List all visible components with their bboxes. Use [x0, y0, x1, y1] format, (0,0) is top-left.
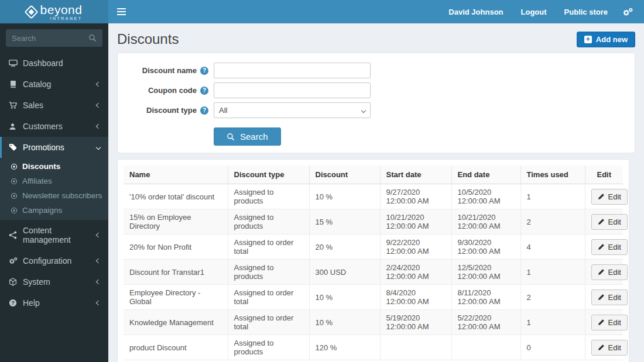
sidebar-item-label: System	[23, 277, 97, 287]
sidebar-item-dashboard[interactable]: Dashboard	[0, 53, 108, 74]
table-row: Knowledge ManagementAssigned to order to…	[124, 310, 623, 335]
sidebar-item-customers[interactable]: Customers	[0, 116, 108, 137]
edit-button[interactable]: Edit	[591, 315, 628, 330]
cell-end	[451, 335, 520, 360]
cell-edit: Edit	[585, 235, 623, 260]
discount-type-select[interactable]: All	[214, 102, 371, 118]
user-icon	[9, 123, 23, 130]
chevron-left-icon	[96, 103, 101, 108]
search-button[interactable]: Search	[214, 127, 281, 146]
sidebar-item-configuration[interactable]: Configuration	[0, 250, 108, 271]
sidebar-item-help[interactable]: ?Help	[0, 292, 108, 313]
cell-type: Assigned to order total	[228, 310, 309, 335]
monitor-icon	[9, 59, 23, 67]
sidebar-item-label: Catalog	[23, 80, 97, 89]
cell-discount: 300 USD	[309, 260, 380, 285]
cell-start: 10/21/2020 12:00:00 AM	[380, 209, 451, 235]
sidebar-item-affiliates[interactable]: Affiliates	[0, 174, 108, 188]
chevron-left-icon	[96, 124, 101, 129]
filter-row-discount-type: Discount type ? All	[118, 102, 635, 118]
filter-row-coupon-code: Coupon code ?	[118, 82, 635, 98]
cell-name: Discount for Transtar1	[124, 260, 228, 285]
discount-name-input[interactable]	[214, 63, 371, 78]
page-title: Discounts	[117, 31, 179, 47]
edit-button[interactable]: Edit	[591, 189, 628, 205]
edit-button[interactable]: Edit	[591, 239, 628, 255]
cell-start: 9/27/2020 12:00:00 AM	[380, 184, 451, 209]
cell-type: Assigned to products	[228, 260, 309, 285]
sidebar-item-campaigns[interactable]: Campaigns	[0, 203, 108, 218]
table-row: product DiscountAssigned to products120 …	[124, 335, 623, 360]
sidebar-item-label: Newsletter subscribers	[22, 191, 102, 200]
question-icon: ?	[9, 299, 23, 307]
cell-end: 10/5/2020 12:00:00 AM	[451, 184, 520, 209]
book-icon	[9, 80, 23, 88]
brand-logo[interactable]: beyond INTRANET	[0, 0, 108, 23]
cell-name: '10% order total' discount	[124, 184, 228, 209]
edit-button[interactable]: Edit	[591, 264, 628, 280]
circle-dot-icon	[11, 178, 18, 185]
public-store-link[interactable]: Public store	[556, 0, 616, 23]
edit-button[interactable]: Edit	[591, 289, 628, 305]
cell-name: product Discount	[124, 335, 228, 360]
chevron-left-icon	[96, 233, 101, 237]
cogs-icon[interactable]	[616, 0, 644, 23]
pencil-icon	[598, 243, 605, 250]
circle-dot-icon	[11, 207, 18, 214]
brand-subtitle: INTRANET	[50, 16, 82, 20]
plus-square-icon: +	[584, 36, 592, 43]
cell-edit: Edit	[585, 209, 623, 235]
help-icon[interactable]: ?	[200, 106, 208, 115]
table-row: Employee Directory - GlobalAssigned to o…	[124, 285, 623, 310]
sidebar-item-sales[interactable]: Sales	[0, 95, 108, 116]
cell-times: 0	[520, 335, 585, 360]
share-icon	[9, 231, 23, 239]
column-header: End date	[451, 166, 520, 184]
sidebar-item-newsletter-subscribers[interactable]: Newsletter subscribers	[0, 188, 108, 203]
chevron-left-icon	[96, 280, 101, 284]
sidebar-item-label: Content management	[23, 226, 97, 244]
sidebar-item-system[interactable]: System	[0, 271, 108, 292]
edit-button[interactable]: Edit	[591, 340, 628, 356]
sidebar-item-catalog[interactable]: Catalog	[0, 74, 108, 95]
brand-name: beyond	[40, 4, 83, 16]
user-link[interactable]: David Johnson	[440, 0, 512, 23]
cell-end: 9/30/2020 12:00:00 AM	[451, 235, 520, 260]
logout-link[interactable]: Logout	[512, 0, 556, 23]
table-row: Discount for Transtar1Assigned to produc…	[124, 260, 623, 285]
coupon-code-input[interactable]	[214, 82, 371, 98]
discount-name-label: Discount name	[131, 66, 197, 75]
chevron-left-icon	[96, 82, 101, 87]
edit-button[interactable]: Edit	[591, 214, 628, 230]
column-header: Times used	[520, 166, 585, 184]
cell-type: Assigned to order total	[228, 285, 309, 310]
cell-name: 20% for Non Profit	[124, 235, 228, 260]
chevron-left-icon	[96, 258, 101, 263]
cell-discount: 20 %	[309, 235, 380, 260]
top-navbar: David Johnson Logout Public store	[108, 0, 644, 23]
help-icon[interactable]: ?	[200, 87, 208, 95]
cell-discount: 120 %	[309, 335, 380, 360]
sidebar-item-discounts[interactable]: Discounts	[0, 159, 108, 174]
cell-start: 8/4/2020 12:00:00 AM	[380, 285, 451, 310]
discount-type-label: Discount type	[131, 106, 197, 115]
cell-edit: Edit	[585, 335, 623, 360]
cell-discount: 10 %	[309, 310, 380, 335]
sidebar-item-content-management[interactable]: Content management	[0, 220, 108, 250]
pencil-icon	[598, 319, 605, 326]
table-row: 20% for Non ProfitAssigned to order tota…	[124, 235, 623, 260]
cell-times: 1	[520, 260, 585, 285]
sidebar-item-promotions[interactable]: Promotions	[0, 137, 108, 158]
circle-dot-icon	[11, 192, 18, 199]
add-new-button[interactable]: + Add new	[577, 32, 635, 47]
menu-icon[interactable]	[108, 0, 134, 23]
tag-icon	[9, 143, 23, 151]
chevron-left-icon	[96, 301, 101, 305]
cell-discount: 10 %	[309, 285, 380, 310]
help-icon[interactable]: ?	[200, 67, 208, 75]
cell-type: Assigned to order total	[228, 235, 309, 260]
sidebar-search-input[interactable]	[12, 34, 88, 43]
cart-icon	[9, 101, 23, 109]
cell-times: 1	[520, 310, 585, 335]
sidebar-search	[6, 29, 102, 47]
